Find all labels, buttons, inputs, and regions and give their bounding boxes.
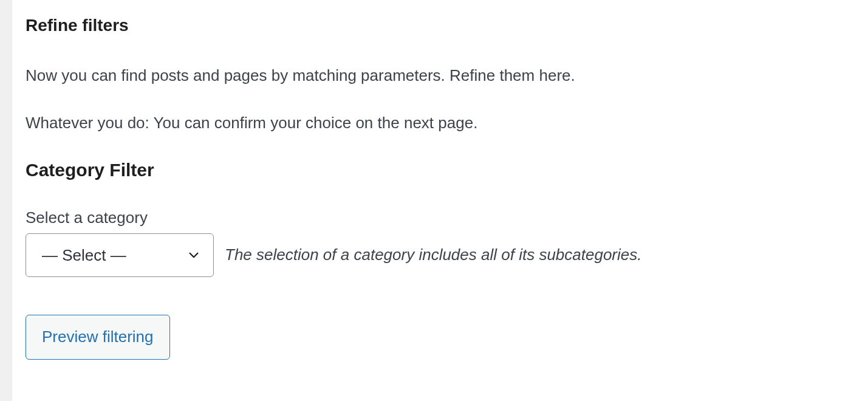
category-select-hint: The selection of a category includes all… [225,245,642,264]
refine-filters-panel: Refine filters Now you can find posts an… [26,16,844,360]
intro-paragraph-2: Whatever you do: You can confirm your ch… [26,112,844,134]
category-select[interactable]: — Select — [26,233,214,277]
section-title: Refine filters [26,16,844,35]
category-select-row: — Select — The selection of a category i… [26,233,844,277]
left-gutter [0,0,12,401]
preview-filtering-button[interactable]: Preview filtering [26,315,170,360]
intro-paragraph-1: Now you can find posts and pages by matc… [26,64,844,86]
category-filter-heading: Category Filter [26,160,844,180]
category-select-wrap: — Select — [26,233,214,277]
category-select-label: Select a category [26,208,844,227]
actions-row: Preview filtering [26,315,844,360]
